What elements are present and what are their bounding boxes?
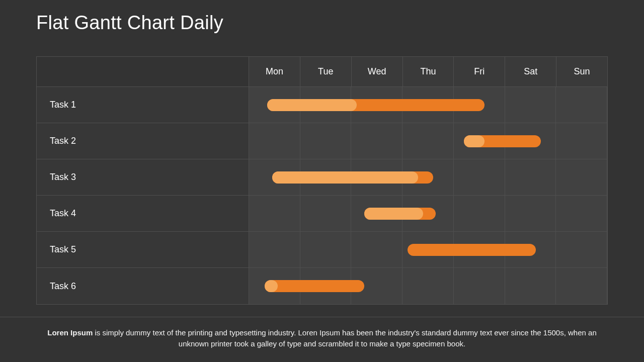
task-label: Task 2 — [37, 123, 249, 159]
timeline-cell — [454, 159, 505, 195]
day-header-mon: Mon — [249, 57, 300, 86]
timeline-cell — [454, 196, 505, 231]
gantt-body: Task 1Task 2Task 3Task 4Task 5Task 6 — [37, 87, 607, 304]
timeline-cell — [351, 268, 403, 304]
timeline-cell — [454, 123, 505, 159]
timeline-cell — [300, 123, 352, 159]
header-days: MonTueWedThuFriSatSun — [249, 57, 607, 86]
timeline-cell — [505, 87, 556, 123]
timeline-cell — [556, 159, 607, 195]
timeline-cell — [351, 196, 403, 231]
timeline-cell — [556, 123, 607, 159]
timeline-cell — [505, 123, 556, 159]
gantt-row: Task 5 — [37, 232, 607, 268]
page-title: Flat Gantt Chart Daily — [36, 12, 223, 34]
timeline-cell — [403, 123, 454, 159]
gantt-header-row: MonTueWedThuFriSatSun — [37, 57, 607, 87]
timeline-cell — [351, 123, 403, 159]
gantt-chart: MonTueWedThuFriSatSun Task 1Task 2Task 3… — [36, 56, 608, 305]
task-timeline — [249, 87, 607, 123]
timeline-cell — [300, 196, 352, 231]
timeline-cell — [556, 232, 607, 267]
timeline-cell — [505, 268, 556, 304]
task-timeline — [249, 123, 607, 159]
task-timeline — [249, 196, 607, 231]
timeline-cell — [300, 87, 352, 123]
timeline-cell — [556, 268, 607, 304]
timeline-cell — [454, 87, 505, 123]
timeline-cell — [403, 232, 454, 267]
task-timeline — [249, 232, 607, 267]
timeline-cell — [300, 159, 352, 195]
footer-lead: Loren Ipsum — [47, 328, 93, 337]
slide: Flat Gantt Chart Daily MonTueWedThuFriSa… — [0, 0, 644, 362]
timeline-cell — [556, 196, 607, 231]
task-label: Task 6 — [37, 268, 249, 304]
task-timeline — [249, 159, 607, 195]
timeline-cell — [249, 87, 300, 123]
timeline-cell — [249, 232, 300, 267]
timeline-cell — [556, 87, 607, 123]
timeline-cell — [403, 159, 454, 195]
task-timeline — [249, 268, 607, 304]
day-header-wed: Wed — [352, 57, 403, 86]
timeline-cell — [403, 87, 454, 123]
timeline-cell — [300, 232, 352, 267]
day-header-thu: Thu — [403, 57, 454, 86]
task-label: Task 3 — [37, 159, 249, 195]
day-header-sat: Sat — [505, 57, 556, 86]
timeline-cell — [249, 123, 300, 159]
task-label: Task 4 — [37, 196, 249, 231]
footer-text: Loren Ipsum is simply dummy text of the … — [0, 317, 644, 362]
gantt-row: Task 6 — [37, 268, 607, 304]
timeline-cell — [454, 268, 505, 304]
day-header-fri: Fri — [454, 57, 505, 86]
gantt-row: Task 2 — [37, 123, 607, 159]
timeline-cell — [505, 232, 556, 267]
gantt-row: Task 1 — [37, 87, 607, 123]
task-label: Task 5 — [37, 232, 249, 267]
timeline-cell — [351, 159, 403, 195]
timeline-cell — [403, 268, 454, 304]
timeline-cell — [249, 268, 300, 304]
day-header-sun: Sun — [556, 57, 607, 86]
gantt-row: Task 3 — [37, 159, 607, 196]
day-header-tue: Tue — [300, 57, 352, 86]
timeline-cell — [403, 196, 454, 231]
header-task-cell — [37, 57, 249, 86]
timeline-cell — [351, 232, 403, 267]
timeline-cell — [505, 159, 556, 195]
timeline-cell — [300, 268, 352, 304]
task-label: Task 1 — [37, 87, 249, 123]
gantt-row: Task 4 — [37, 196, 607, 232]
footer-rest: is simply dummy text of the printing and… — [93, 328, 596, 348]
timeline-cell — [249, 196, 300, 231]
timeline-cell — [351, 87, 403, 123]
timeline-cell — [505, 196, 556, 231]
timeline-cell — [454, 232, 505, 267]
timeline-cell — [249, 159, 300, 195]
